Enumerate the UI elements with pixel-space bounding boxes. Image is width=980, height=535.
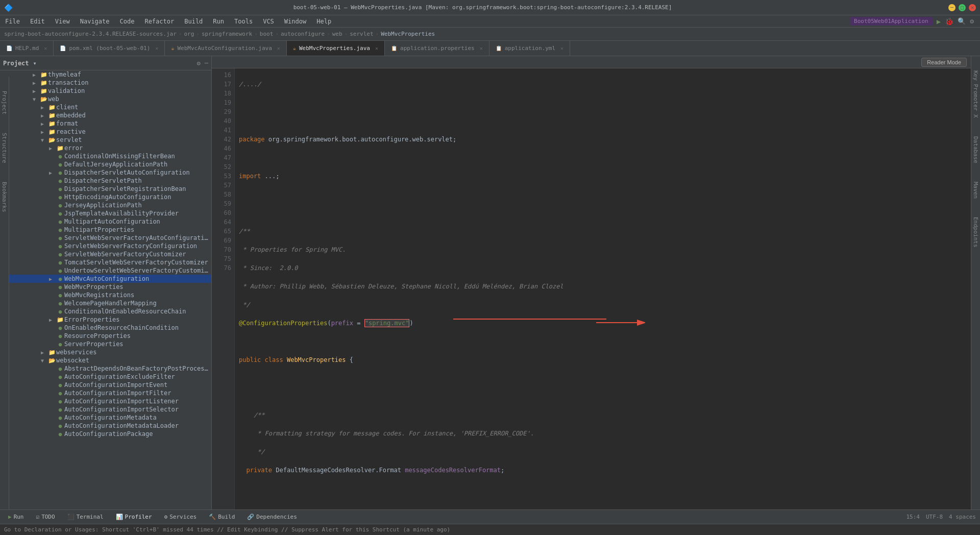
todo-tab-button[interactable]: ☑ TODO (32, 513, 59, 521)
tab-webmvcprops[interactable]: ☕ WebMvcProperties.java ✕ (287, 41, 385, 56)
tree-item-web[interactable]: ▼ 📂 web (0, 95, 211, 103)
tree-item-autoconfigmetadata[interactable]: ● AutoConfigurationMetadata (0, 414, 211, 422)
breadcrumb-servlet[interactable]: servlet (350, 31, 373, 37)
sidebar-settings-icon[interactable]: ⚙ (197, 60, 201, 67)
tree-item-servletwebserverfactoryconfig[interactable]: ● ServletWebServerFactoryConfiguration (0, 242, 211, 250)
left-panel-structure[interactable]: Structure (0, 129, 9, 167)
run-button[interactable]: ▶ (937, 17, 941, 26)
minimize-button[interactable]: ─ (948, 4, 955, 11)
breadcrumb-sources[interactable]: spring-boot-autoconfigure-2.3.4.RELEASE-… (4, 31, 177, 37)
menu-build[interactable]: Build (179, 17, 208, 26)
reader-mode-button[interactable]: Reader Mode (921, 58, 967, 67)
tree-item-conditionalonmissingfilterbean[interactable]: ● ConditionalOnMissingFilterBean (0, 152, 211, 160)
tab-help[interactable]: 📄 HELP.md ✕ (0, 41, 54, 56)
tree-item-dispatcherservletpath[interactable]: ● DispatcherServletPath (0, 177, 211, 185)
tree-item-autoconfigimportselector[interactable]: ● AutoConfigurationImportSelector (0, 405, 211, 414)
right-panel-database[interactable]: Database (971, 132, 980, 167)
menu-code[interactable]: Code (115, 17, 140, 26)
close-tab-webmvcprops[interactable]: ✕ (375, 45, 378, 51)
close-tab-pom[interactable]: ✕ (155, 45, 158, 51)
tree-item-dispatcherservletregistrationbean[interactable]: ● DispatcherServletRegistrationBean (0, 185, 211, 193)
menu-refactor[interactable]: Refactor (139, 17, 179, 26)
tree-item-autoconfigpackage[interactable]: ● AutoConfigurationPackage (0, 430, 211, 438)
breadcrumb-boot[interactable]: boot (260, 31, 274, 37)
breadcrumb-org[interactable]: org (184, 31, 194, 37)
breadcrumb-springframework[interactable]: springframework (202, 31, 252, 37)
tree-item-errorproperties[interactable]: ▶ 📁 ErrorProperties (0, 315, 211, 324)
tree-item-autoconfigexcludefilter[interactable]: ● AutoConfigurationExcludeFilter (0, 373, 211, 381)
terminal-tab-button[interactable]: ⬛ Terminal (63, 513, 108, 521)
tree-item-multipartproperties[interactable]: ● MultipartProperties (0, 226, 211, 234)
tree-item-webmvcautoconfig[interactable]: ▶ ● WebMvcAutoConfiguration (0, 275, 211, 283)
debug-button[interactable]: 🐞 (945, 17, 953, 26)
tab-appprops[interactable]: 📋 application.properties ✕ (385, 41, 489, 56)
tree-item-conditionalonenabledresourcechain[interactable]: ● ConditionalOnEnabledResourceChain (0, 307, 211, 315)
tree-item-dispatcherservletautoconfig[interactable]: ▶ ● DispatcherServletAutoConfiguration (0, 168, 211, 177)
profiler-tab-button[interactable]: 📊 Profiler (112, 513, 156, 521)
close-tab-help[interactable]: ✕ (44, 45, 47, 51)
menu-window[interactable]: Window (279, 17, 311, 26)
tree-item-autoconfigimportfilter[interactable]: ● AutoConfigurationImportFilter (0, 389, 211, 397)
tree-item-servlet[interactable]: ▼ 📂 servlet (0, 136, 211, 144)
tree-item-servletwebserverfactorycustomizer[interactable]: ● ServletWebServerFactoryCustomizer (0, 250, 211, 258)
close-tab-appyml[interactable]: ✕ (560, 45, 564, 51)
build-tab-button[interactable]: 🔨 Build (205, 513, 239, 521)
tree-item-tomcatcustomizer[interactable]: ● TomcatServletWebServerFactoryCustomize… (0, 258, 211, 266)
tree-item-autoconfigimportlistener[interactable]: ● AutoConfigurationImportListener (0, 397, 211, 405)
breadcrumb-web[interactable]: web (332, 31, 342, 37)
close-button[interactable]: ✕ (969, 4, 976, 11)
search-everywhere-button[interactable]: 🔍 (958, 17, 966, 25)
tree-item-autoconfigmetadataloader[interactable]: ● AutoConfigurationMetadataLoader (0, 422, 211, 430)
tree-item-format[interactable]: ▶ 📁 format (0, 119, 211, 128)
menu-view[interactable]: View (50, 17, 75, 26)
dependencies-tab-button[interactable]: 🔗 Dependencies (243, 513, 301, 521)
menu-navigate[interactable]: Navigate (75, 17, 115, 26)
tree-item-defaultjerseyapplicationpath[interactable]: ● DefaultJerseyApplicationPath (0, 160, 211, 168)
tree-item-websocket[interactable]: ▼ 📂 websocket (0, 356, 211, 364)
tree-item-autoconfigimportevent[interactable]: ● AutoConfigurationImportEvent (0, 381, 211, 389)
tree-item-resourceproperties[interactable]: ● ResourceProperties (0, 332, 211, 340)
right-panel-key-promoter[interactable]: Key Promoter X (971, 66, 980, 122)
tree-item-validation[interactable]: ▶ 📁 validation (0, 87, 211, 95)
sidebar-hide-icon[interactable]: ─ (205, 60, 208, 67)
tree-item-webmvcregistrations[interactable]: ● WebMvcRegistrations (0, 291, 211, 299)
tree-item-webservices[interactable]: ▶ 📁 webservices (0, 348, 211, 356)
tree-item-undertowcustomizer[interactable]: ● UndertowServletWebServerFactoryCustomi… (0, 266, 211, 275)
tree-item-httpencodingautoconfig[interactable]: ● HttpEncodingAutoConfiguration (0, 193, 211, 201)
tree-item-client[interactable]: ▶ 📁 client (0, 103, 211, 111)
tree-item-abstractdependsonbeanfactorypostprocessor[interactable]: ● AbstractDependsOnBeanFactoryPostProces… (0, 364, 211, 373)
sidebar-dropdown-icon[interactable]: ▾ (33, 60, 37, 67)
tree-item-webmvcproperties[interactable]: ● WebMvcProperties (0, 283, 211, 291)
run-tab-button[interactable]: ▶ Run (4, 513, 28, 521)
tree-item-serverproperties[interactable]: ● ServerProperties (0, 340, 211, 348)
tree-item-onenabledresourcechaincondition[interactable]: ● OnEnabledResourceChainCondition (0, 324, 211, 332)
maximize-button[interactable]: □ (959, 4, 966, 11)
code-content[interactable]: /..../ package org.springframework.boot.… (235, 68, 971, 509)
tree-item-thymeleaf[interactable]: ▶ 📁 thymeleaf (0, 70, 211, 79)
services-tab-button[interactable]: ⚙ Services (160, 513, 201, 521)
tree-item-jsptemplateavailibilityprovider[interactable]: ● JspTemplateAvailabilityProvider (0, 209, 211, 217)
tab-pom[interactable]: 📄 pom.xml (boot-05-web-01) ✕ (54, 41, 165, 56)
breadcrumb-autoconfigure[interactable]: autoconfigure (281, 31, 325, 37)
menu-tools[interactable]: Tools (229, 17, 258, 26)
tree-item-error[interactable]: ▶ 📁 error (0, 144, 211, 152)
tree-item-embedded[interactable]: ▶ 📁 embedded (0, 111, 211, 119)
menu-file[interactable]: File (0, 17, 25, 26)
tree-item-reactive[interactable]: ▶ 📁 reactive (0, 128, 211, 136)
tree-item-multipartautoconfig[interactable]: ● MultipartAutoConfiguration (0, 217, 211, 226)
left-panel-bookmarks[interactable]: Bookmarks (0, 178, 9, 216)
close-tab-webmvcauto[interactable]: ✕ (277, 45, 280, 51)
tree-item-transaction[interactable]: ▶ 📁 transaction (0, 79, 211, 87)
right-panel-maven[interactable]: Maven (971, 178, 980, 203)
menu-run[interactable]: Run (208, 17, 229, 26)
close-tab-appprops[interactable]: ✕ (480, 45, 483, 51)
left-panel-project[interactable]: Project (0, 87, 9, 118)
tab-webmvcauto[interactable]: ☕ WebMvcAutoConfiguration.java ✕ (165, 41, 287, 56)
right-panel-endpoints[interactable]: Endpoints (971, 213, 980, 252)
tree-item-jerseyapplicationpath[interactable]: ● JerseyApplicationPath (0, 201, 211, 209)
tree-item-servletwebserverfactoryautoconfig[interactable]: ● ServletWebServerFactoryAutoConfigurati… (0, 234, 211, 242)
menu-help[interactable]: Help (311, 17, 336, 26)
tree-item-welcomepagehandlermapping[interactable]: ● WelcomePageHandlerMapping (0, 299, 211, 307)
menu-vcs[interactable]: VCS (258, 17, 279, 26)
menu-edit[interactable]: Edit (25, 17, 50, 26)
